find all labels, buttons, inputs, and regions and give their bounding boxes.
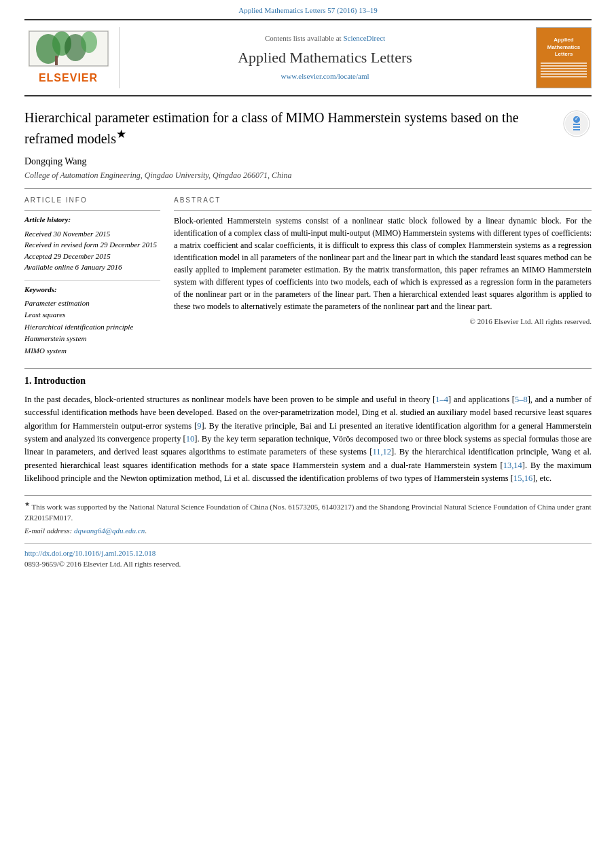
paper-title-span: Hierarchical parameter estimation for a … [24, 110, 519, 146]
journal-citation-bar: Applied Mathematics Letters 57 (2016) 13… [0, 0, 616, 19]
journal-citation-text: Applied Mathematics Letters 57 (2016) 13… [238, 6, 377, 14]
abstract-section: Block-oriented Hammerstein systems consi… [174, 210, 592, 327]
keyword-2: Least squares [24, 309, 160, 321]
keyword-5: MIMO system [24, 345, 160, 357]
intro-heading: 1. Introduction [24, 374, 592, 388]
divider-before-intro [24, 368, 592, 369]
bottom-copyright: 0893-9659/© 2016 Elsevier Ltd. All right… [24, 559, 592, 570]
title-star: ★ [116, 128, 126, 141]
elsevier-emblem [28, 30, 109, 67]
cite-11-12[interactable]: 11,12 [372, 447, 391, 457]
footnote-email-label: E-mail address: [24, 526, 74, 535]
paper-content: Hierarchical parameter estimation for a … [24, 96, 592, 537]
article-received: Received 30 November 2015 Received in re… [24, 228, 160, 273]
cite-9[interactable]: 9 [197, 421, 201, 431]
article-info-label: ARTICLE INFO [24, 196, 160, 206]
doi-link[interactable]: http://dx.doi.org/10.1016/j.aml.2015.12.… [24, 548, 592, 559]
main-body: 1. Introduction In the past decades, blo… [24, 368, 592, 486]
svg-rect-11 [573, 126, 580, 128]
thumb-cover: Applied Mathematics Letters [536, 27, 592, 88]
footnote-email[interactable]: dqwang64@qdu.edu.cn [74, 526, 145, 535]
svg-text:✓: ✓ [575, 116, 579, 121]
intro-paragraph-1: In the past decades, block-oriented stru… [24, 393, 592, 486]
footnote-email-line: E-mail address: dqwang64@qdu.edu.cn. [24, 525, 592, 537]
abstract-copyright: © 2016 Elsevier Ltd. All rights reserved… [174, 317, 592, 327]
article-info-box: Article history: Received 30 November 20… [24, 210, 160, 357]
header-section: ELSEVIER Contents lists available at Sci… [24, 19, 592, 96]
keyword-3: Hierarchical identification principle [24, 321, 160, 334]
cite-5-8[interactable]: 5–8 [515, 395, 528, 404]
sciencedirect-link[interactable]: ScienceDirect [343, 34, 385, 42]
footnote-divider [24, 495, 592, 496]
journal-title: Applied Mathematics Letters [238, 47, 412, 69]
abstract-col: ABSTRACT Block-oriented Hammerstein syst… [174, 196, 592, 357]
paper-title-row: Hierarchical parameter estimation for a … [24, 109, 592, 148]
cite-1-4[interactable]: 1–4 [435, 395, 448, 404]
journal-thumbnail: Applied Mathematics Letters [530, 27, 592, 88]
svg-rect-10 [573, 124, 580, 125]
divider-after-affiliation [24, 188, 592, 189]
svg-rect-5 [55, 56, 58, 65]
cite-10[interactable]: 10 [186, 434, 195, 444]
thumb-title: Applied Mathematics Letters [547, 37, 580, 58]
elsevier-logo: ELSEVIER [28, 30, 109, 86]
bottom-bar: http://dx.doi.org/10.1016/j.aml.2015.12.… [24, 543, 592, 570]
svg-rect-12 [573, 129, 580, 130]
elsevier-wordmark: ELSEVIER [39, 70, 98, 86]
footnote-content: This work was supported by the National … [24, 502, 592, 522]
keyword-4: Hammerstein system [24, 333, 160, 345]
abstract-label: ABSTRACT [174, 196, 592, 206]
keywords-list: Parameter estimation Least squares Hiera… [24, 298, 160, 357]
paper-author: Dongqing Wang [24, 155, 592, 168]
contents-line: Contents lists available at ScienceDirec… [265, 33, 385, 44]
journal-url[interactable]: www.elsevier.com/locate/aml [280, 71, 369, 82]
header-middle: Contents lists available at ScienceDirec… [120, 27, 530, 88]
abstract-text: Block-oriented Hammerstein systems consi… [174, 215, 592, 312]
keywords-section: Keywords: Parameter estimation Least squ… [24, 280, 160, 357]
keyword-1: Parameter estimation [24, 298, 160, 310]
article-info-col: ARTICLE INFO Article history: Received 3… [24, 196, 160, 357]
paper-title-text: Hierarchical parameter estimation for a … [24, 109, 562, 148]
keywords-title: Keywords: [24, 285, 160, 296]
svg-point-4 [81, 31, 97, 53]
footnote-text: ★ This work was supported by the Nationa… [24, 500, 592, 524]
elsevier-logo-area: ELSEVIER [24, 27, 120, 88]
thumb-decoration [541, 62, 587, 79]
page: Applied Mathematics Letters 57 (2016) 13… [0, 0, 616, 841]
cite-13-14[interactable]: 13,14 [503, 461, 522, 470]
cite-15-16[interactable]: 15,16 [513, 473, 532, 483]
footnote-star: ★ [24, 501, 30, 507]
crossmark-badge[interactable]: ✓ [562, 109, 592, 139]
footnote-period: . [145, 526, 147, 535]
two-col-section: ARTICLE INFO Article history: Received 3… [24, 196, 592, 357]
article-history-title: Article history: [24, 215, 160, 226]
paper-affiliation: College of Automation Engineering, Qingd… [24, 170, 592, 181]
